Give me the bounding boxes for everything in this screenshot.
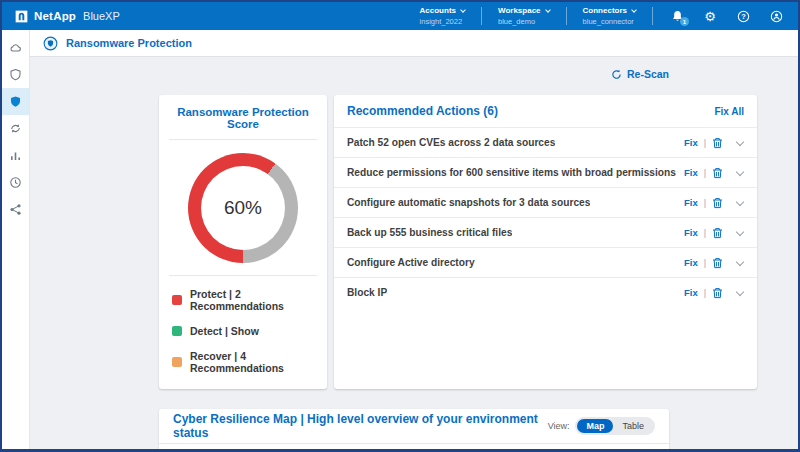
view-switcher: View: MapTable bbox=[548, 417, 655, 435]
score-legend: Protect | 2 Recommendations Detect | Sho… bbox=[159, 276, 327, 389]
fix-link[interactable]: Fix bbox=[684, 257, 698, 268]
action-row: Configure Active directory Fix | bbox=[334, 247, 757, 277]
header-menu[interactable]: Accounts insight_2022 bbox=[404, 7, 482, 25]
header-icons: 1 ⚙ ? bbox=[669, 8, 788, 24]
expand-chevron-icon[interactable] bbox=[736, 137, 744, 145]
action-label: Block IP bbox=[347, 287, 387, 298]
protection-score-donut-chart: 60% bbox=[188, 153, 298, 263]
legend-color-swatch bbox=[172, 326, 182, 336]
action-label: Configure Active directory bbox=[347, 257, 475, 268]
action-label: Back up 555 business critical files bbox=[347, 227, 512, 238]
separator: | bbox=[704, 288, 706, 298]
fix-link[interactable]: Fix bbox=[684, 167, 698, 178]
view-toggle-table[interactable]: Table bbox=[613, 419, 653, 433]
expand-chevron-icon[interactable] bbox=[736, 197, 744, 205]
action-rows: Patch 52 open CVEs across 2 data sources… bbox=[334, 127, 757, 307]
chevron-down-icon bbox=[631, 7, 637, 13]
clock-icon bbox=[9, 176, 22, 189]
chevron-down-icon bbox=[545, 7, 551, 13]
cyber-resilience-map-card: Cyber Resilience Map | High level overvi… bbox=[159, 409, 669, 449]
header-menus: Accounts insight_2022 Workspace blue_dem… bbox=[404, 2, 653, 30]
main-area: Ransomware Protection Re-Scan bbox=[30, 30, 798, 449]
legend-label[interactable]: Recover | 4 Recommendations bbox=[190, 350, 314, 374]
fix-all-link[interactable]: Fix All bbox=[714, 106, 744, 117]
delete-trash-icon[interactable] bbox=[712, 287, 723, 299]
help-icon[interactable]: ? bbox=[735, 8, 751, 24]
action-row: Configure automatic snapshots for 3 data… bbox=[334, 187, 757, 217]
brand: NetApp BlueXP bbox=[15, 10, 120, 23]
user-account-icon[interactable] bbox=[768, 8, 784, 24]
breadcrumb: Ransomware Protection bbox=[30, 30, 798, 57]
view-toggle-map[interactable]: Map bbox=[577, 419, 613, 433]
menu-label: Accounts bbox=[420, 6, 456, 15]
notifications-bell-icon[interactable]: 1 bbox=[669, 8, 685, 24]
top-header: NetApp BlueXP Accounts insight_2022 Work… bbox=[2, 2, 798, 30]
cloud-icon bbox=[9, 42, 22, 54]
legend-color-swatch bbox=[172, 357, 182, 367]
sidebar-item-canvas[interactable] bbox=[2, 34, 29, 61]
delete-trash-icon[interactable] bbox=[712, 137, 723, 149]
header-right: Accounts insight_2022 Workspace blue_dem… bbox=[404, 2, 788, 30]
svg-text:?: ? bbox=[741, 11, 746, 20]
action-row: Block IP Fix | bbox=[334, 277, 757, 307]
action-label: Patch 52 open CVEs across 2 data sources bbox=[347, 137, 555, 148]
filter-row: Filter by: ✓ Network equipment ✓ Storage… bbox=[159, 444, 669, 449]
sidebar-item-governance[interactable] bbox=[2, 61, 29, 88]
legend-label[interactable]: Protect | 2 Recommendations bbox=[190, 288, 314, 312]
app-window: NetApp BlueXP Accounts insight_2022 Work… bbox=[0, 0, 800, 452]
separator: | bbox=[704, 228, 706, 238]
action-row: Back up 555 business critical files Fix … bbox=[334, 217, 757, 247]
action-label: Reduce permissions for 600 sensitive ite… bbox=[347, 167, 676, 178]
ransomware-protection-icon bbox=[9, 95, 22, 108]
legend-item: Detect | Show bbox=[172, 325, 314, 337]
menu-value: blue_connector bbox=[583, 17, 636, 26]
legend-item: Protect | 2 Recommendations bbox=[172, 288, 314, 312]
sidebar-item-observability[interactable] bbox=[2, 142, 29, 169]
expand-chevron-icon[interactable] bbox=[736, 167, 744, 175]
sidebar-item-extensions[interactable] bbox=[2, 196, 29, 223]
action-row: Reduce permissions for 600 sensitive ite… bbox=[334, 157, 757, 187]
separator: | bbox=[704, 168, 706, 178]
view-label: View: bbox=[548, 421, 570, 431]
recommended-actions-card: Recommended Actions (6) Fix All Patch 52… bbox=[334, 95, 757, 389]
rescan-button[interactable]: Re-Scan bbox=[611, 65, 669, 83]
settings-gear-icon[interactable]: ⚙ bbox=[702, 8, 718, 24]
rescan-icon bbox=[611, 69, 622, 80]
fix-link[interactable]: Fix bbox=[684, 197, 698, 208]
page-title: Ransomware Protection bbox=[66, 37, 192, 49]
fix-link[interactable]: Fix bbox=[684, 227, 698, 238]
sidebar-item-health[interactable] bbox=[2, 169, 29, 196]
delete-trash-icon[interactable] bbox=[712, 167, 723, 179]
menu-label: Workspace bbox=[498, 6, 541, 15]
legend-label[interactable]: Detect | Show bbox=[190, 325, 259, 337]
delete-trash-icon[interactable] bbox=[712, 197, 723, 209]
netapp-logo-icon bbox=[15, 10, 28, 23]
action-label: Configure automatic snapshots for 3 data… bbox=[347, 197, 590, 208]
resilience-card-title: Cyber Resilience Map | High level overvi… bbox=[173, 412, 548, 440]
score-value: 60% bbox=[188, 153, 298, 263]
legend-color-swatch bbox=[172, 295, 182, 305]
expand-chevron-icon[interactable] bbox=[736, 257, 744, 265]
score-card-title: Ransomware Protection Score bbox=[159, 95, 327, 139]
header-menu[interactable]: Connectors blue_connector bbox=[567, 7, 653, 25]
separator: | bbox=[704, 258, 706, 268]
header-menu[interactable]: Workspace blue_demo bbox=[482, 7, 567, 25]
fix-link[interactable]: Fix bbox=[684, 287, 698, 298]
view-toggle: MapTable bbox=[575, 417, 655, 435]
fix-link[interactable]: Fix bbox=[684, 137, 698, 148]
bar-chart-icon bbox=[9, 150, 22, 162]
delete-trash-icon[interactable] bbox=[712, 257, 723, 269]
delete-trash-icon[interactable] bbox=[712, 227, 723, 239]
sidebar-item-mobility[interactable] bbox=[2, 115, 29, 142]
expand-chevron-icon[interactable] bbox=[736, 287, 744, 295]
divider bbox=[169, 139, 317, 140]
menu-value: blue_demo bbox=[498, 17, 550, 26]
expand-chevron-icon[interactable] bbox=[736, 227, 744, 235]
legend-item: Recover | 4 Recommendations bbox=[172, 350, 314, 374]
brand-name: NetApp bbox=[34, 10, 76, 22]
brand-product: BlueXP bbox=[83, 10, 120, 22]
score-card: Ransomware Protection Score 60% Protect … bbox=[159, 95, 327, 389]
sidebar-item-ransomware-protection[interactable] bbox=[2, 88, 29, 115]
menu-value: insight_2022 bbox=[420, 17, 465, 26]
content: Re-Scan Ransomware Protection Score 60% bbox=[30, 57, 798, 449]
